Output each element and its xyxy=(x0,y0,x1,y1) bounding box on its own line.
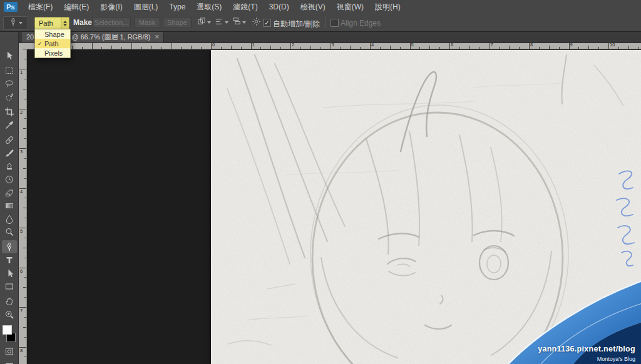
blur-tool[interactable] xyxy=(2,212,17,225)
auto-add-delete-checkbox[interactable]: ✓ xyxy=(263,19,271,27)
ruler-label: 10 xyxy=(610,43,615,48)
path-alignment-button[interactable] xyxy=(213,17,230,28)
make-mask-button[interactable]: Mask xyxy=(134,17,160,28)
ruler-tick xyxy=(400,47,401,49)
ruler-label: 9 xyxy=(570,43,573,48)
tool-preset-dropdown[interactable] xyxy=(3,16,28,30)
menu-help[interactable]: 說明(H) xyxy=(369,0,406,14)
ruler-tick xyxy=(410,43,411,49)
menu-image[interactable]: 影像(I) xyxy=(95,0,128,14)
document-canvas[interactable] xyxy=(211,50,641,364)
mode-option-pixels[interactable]: Pixels xyxy=(35,48,70,58)
menu-select[interactable]: 選取(S) xyxy=(191,0,227,14)
ruler-label: 1 xyxy=(252,43,255,48)
path-operations-icon xyxy=(197,17,207,29)
canvas-area[interactable] xyxy=(26,49,641,364)
menu-file[interactable]: 檔案(F) xyxy=(23,0,58,14)
vertical-ruler[interactable]: 12345678 xyxy=(19,49,27,364)
menu-3d[interactable]: 3D(D) xyxy=(264,0,295,14)
screen-mode-button[interactable] xyxy=(2,360,17,364)
eraser-tool[interactable] xyxy=(2,186,17,199)
ruler-tick xyxy=(23,327,26,328)
menu-layer[interactable]: 圖層(L) xyxy=(128,0,164,14)
pen-tool[interactable] xyxy=(2,240,17,253)
ruler-tick xyxy=(23,208,26,208)
crop-tool[interactable] xyxy=(2,105,17,118)
document-tab-title-prefix: 20 xyxy=(26,33,34,41)
tool-mode-select[interactable]: Path xyxy=(34,17,69,29)
path-arrangement-icon xyxy=(232,17,242,29)
ruler-tick xyxy=(231,46,232,49)
ruler-tick xyxy=(569,43,570,49)
document-tab-title: @ 66.7% (圖層 1, RGB/8) xyxy=(71,33,150,42)
ruler-tick xyxy=(24,59,26,59)
ruler-tick xyxy=(320,47,321,49)
color-swatches[interactable] xyxy=(2,325,17,343)
pen-tool-icon xyxy=(9,18,18,29)
path-operations-button[interactable] xyxy=(196,17,212,28)
ruler-tick xyxy=(628,46,629,49)
ruler-label: 4 xyxy=(20,190,23,195)
make-selection-button[interactable]: Selection... xyxy=(92,17,131,28)
ruler-tick xyxy=(172,43,172,49)
ruler-tick xyxy=(241,47,242,49)
menu-window[interactable]: 視窗(W) xyxy=(331,0,369,14)
ruler-tick xyxy=(72,46,73,49)
ruler-tick xyxy=(23,49,26,49)
history-brush-tool[interactable] xyxy=(2,173,17,186)
ruler-tick xyxy=(340,47,341,49)
chevron-down-icon xyxy=(207,21,211,24)
clone-stamp-tool[interactable] xyxy=(2,159,17,173)
pencil-sketch-image xyxy=(211,50,641,364)
ruler-label: 5 xyxy=(411,43,414,48)
gradient-tool[interactable] xyxy=(2,199,17,212)
menu-view[interactable]: 檢視(V) xyxy=(295,0,331,14)
ruler-tick xyxy=(390,46,391,49)
ruler-tick xyxy=(559,47,560,49)
path-arrangement-button[interactable] xyxy=(231,17,247,28)
spot-healing-brush-tool[interactable] xyxy=(2,133,17,146)
geometry-options-button[interactable] xyxy=(250,17,262,28)
ruler-label: 3 xyxy=(20,149,23,154)
menu-edit[interactable]: 編輯(E) xyxy=(58,0,95,14)
hand-tool[interactable] xyxy=(2,295,17,308)
ruler-tick xyxy=(151,46,152,49)
rectangle-tool[interactable] xyxy=(2,280,17,293)
make-shape-button[interactable]: Shape xyxy=(163,17,192,28)
eyedropper-tool[interactable] xyxy=(2,118,17,131)
ruler-label: 2 xyxy=(20,110,23,115)
ruler-tick xyxy=(429,46,430,49)
mode-option-path[interactable]: ✓Path xyxy=(35,39,70,48)
quick-selection-tool[interactable] xyxy=(2,90,17,103)
zoom-tool[interactable] xyxy=(2,308,17,321)
move-tool[interactable] xyxy=(2,49,17,62)
menu-type[interactable]: Type xyxy=(163,0,191,14)
align-edges-checkbox[interactable] xyxy=(331,19,339,27)
ruler-tick xyxy=(24,138,26,139)
ruler-label: 4 xyxy=(371,43,374,48)
photoshop-window: Ps 檔案(F)編輯(E)影像(I)圖層(L)Type選取(S)濾鏡(T)3D(… xyxy=(0,0,641,364)
ruler-tick xyxy=(23,248,26,248)
ruler-tick xyxy=(162,47,162,49)
quick-mask-mode-button[interactable] xyxy=(2,345,17,358)
ruler-tick xyxy=(24,297,26,298)
brush-tool[interactable] xyxy=(2,146,17,159)
ruler-tick xyxy=(201,47,202,49)
ruler-label: 2 xyxy=(292,43,294,48)
menu-items: 檔案(F)編輯(E)影像(I)圖層(L)Type選取(S)濾鏡(T)3D(D)檢… xyxy=(23,0,406,14)
ruler-tick xyxy=(23,287,26,288)
path-selection-tool[interactable] xyxy=(2,266,17,280)
rectangular-marquee-tool[interactable] xyxy=(2,64,17,77)
dodge-tool[interactable] xyxy=(2,225,17,238)
ruler-tick xyxy=(260,47,261,49)
close-tab-button[interactable]: × xyxy=(155,33,159,41)
foreground-color-swatch[interactable] xyxy=(3,325,12,335)
mode-option-shape[interactable]: Shape xyxy=(35,29,70,39)
ruler-tick xyxy=(300,47,301,49)
horizontal-ruler[interactable]: 012345678910 xyxy=(26,43,641,49)
ruler-tick xyxy=(111,46,112,49)
menu-filter[interactable]: 濾鏡(T) xyxy=(227,0,263,14)
lasso-tool[interactable] xyxy=(2,77,17,90)
type-tool[interactable] xyxy=(2,253,17,266)
ruler-tick xyxy=(419,47,420,49)
